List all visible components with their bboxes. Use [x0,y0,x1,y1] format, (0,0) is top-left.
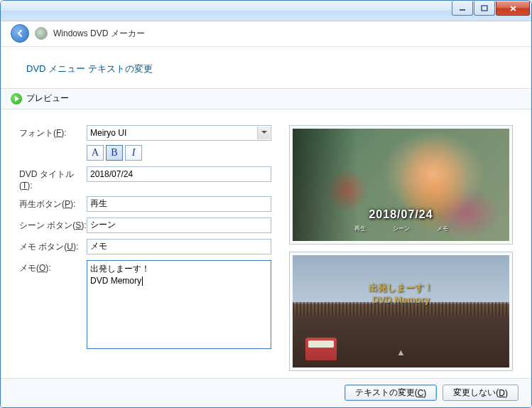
app-title: Windows DVD メーカー [53,28,145,40]
italic-button[interactable]: I [125,145,142,161]
maximize-icon [481,5,488,12]
preview-menu-buttons: 再生 シーン メモ [354,225,448,232]
preview-main-menu: 2018/07/24 再生 シーン メモ [289,125,513,245]
app-window: Windows DVD メーカー DVD メニュー テキストの変更 プレビュー … [0,0,532,408]
play-button-input[interactable]: 再生 [87,196,271,212]
scene-button-input[interactable]: シーン [87,218,271,233]
close-button[interactable] [496,1,530,16]
preview-play-label: 再生 [354,225,366,232]
preview-notes-image: 出発しまーす！DVD Memory ▲ [293,255,509,367]
no-change-button[interactable]: 変更しない(D) [443,385,519,401]
form-column: フォント(F): Meiryo UI A B I DVD タイトル(T): [19,125,282,371]
content-area: フォント(F): Meiryo UI A B I DVD タイトル(T): [1,109,531,378]
app-icon [35,27,48,40]
up-arrow-icon: ▲ [396,347,406,358]
header: Windows DVD メーカー [1,21,531,45]
chevron-down-icon [257,127,270,139]
font-color-button[interactable]: A [87,145,104,161]
preview-scene-label: シーン [393,225,410,232]
font-label: フォント(F): [19,125,87,139]
bold-button[interactable]: B [106,145,123,161]
dvd-title-input[interactable]: 2018/07/24 [87,166,271,182]
notes-button-input[interactable]: メモ [87,239,271,254]
maximize-button[interactable] [474,1,495,16]
svg-rect-0 [460,9,465,11]
minimize-button[interactable] [452,1,473,16]
back-button[interactable] [11,24,29,43]
titlebar [1,1,531,21]
page-subtitle: DVD メニュー テキストの変更 [1,46,531,89]
close-icon [509,5,517,12]
preview-title-text: 2018/07/24 [369,208,433,221]
change-text-button[interactable]: テキストの変更(C) [344,385,438,401]
scene-button-label: シーン ボタン(S): [19,218,87,232]
font-combo-value: Meiryo UI [90,128,126,138]
notes-textarea[interactable]: 出発しまーす！ DVD Memory [87,260,271,349]
spacer [19,145,87,147]
format-buttons: A B I [87,145,142,161]
preview-button[interactable]: プレビュー [26,92,69,104]
play-button-label: 再生ボタン(P): [19,196,87,210]
preview-notes-menu: 出発しまーす！DVD Memory ▲ [289,252,513,371]
preview-column: 2018/07/24 再生 シーン メモ 出発しまーす！DVD Memory ▲ [289,125,513,371]
van-graphic [305,338,337,360]
preview-notes-text: 出発しまーす！DVD Memory [369,282,433,306]
preview-memo-label: メモ [437,225,448,232]
toolbar: プレビュー [1,89,531,109]
preview-main-image: 2018/07/24 再生 シーン メモ [293,129,509,241]
dvd-title-label: DVD タイトル(T): [19,166,87,190]
font-combo[interactable]: Meiryo UI [87,125,271,141]
back-arrow-icon [15,28,25,38]
play-icon [11,93,22,104]
text-cursor [142,277,143,286]
svg-rect-1 [482,6,487,11]
notes-button-label: メモ ボタン(U): [19,239,87,253]
notes-label: メモ(O): [19,260,87,274]
footer: テキストの変更(C) 変更しない(D) [1,378,531,407]
minimize-icon [459,5,466,12]
